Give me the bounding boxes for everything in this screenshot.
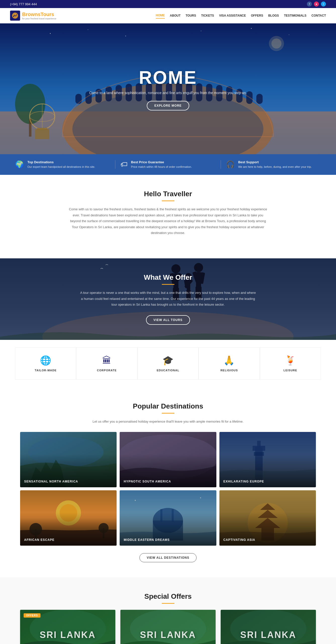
dest-asia[interactable]: CAPTIVATING ASIA	[219, 490, 316, 546]
svg-rect-31	[35, 129, 49, 139]
nav-about[interactable]: ABOUT	[170, 13, 181, 18]
offers-grid: OFFERS SRI LANKA Promotions with UNION P…	[20, 610, 316, 644]
corporate-label: CORPORATE	[81, 369, 132, 372]
feature-top-destinations: 🌍 Top Destinations Our expert team handp…	[15, 160, 110, 169]
special-offers-title: Special Offers	[20, 592, 316, 600]
dest-asia-overlay	[219, 490, 316, 546]
nav-blogs[interactable]: BLOGS	[268, 13, 279, 18]
offer-card-leisure[interactable]: 🍹 LEISURE	[260, 347, 321, 380]
feature-price-desc: Price match within 48 hours of order con…	[131, 165, 192, 169]
svg-point-42	[171, 264, 180, 273]
svg-point-1	[13, 16, 14, 17]
svg-point-54	[194, 263, 203, 272]
svg-point-39	[271, 38, 281, 49]
offer-card-educational[interactable]: 🎓 EDUCATIONAL	[137, 347, 199, 380]
destinations-title: Popular Destinations	[20, 402, 316, 410]
offer-item-1[interactable]: OFFERS SRI LANKA Promotions with UNION P…	[20, 610, 115, 644]
logo[interactable]: BrownsTours for your freshest travel exp…	[10, 11, 56, 21]
educational-icon: 🎓	[143, 355, 193, 366]
feature-price-text: Best Price Guarantee Price match within …	[131, 160, 192, 169]
offer-card-corporate[interactable]: 🏛 CORPORATE	[76, 347, 137, 380]
dest-south-america-label: HYPNOTIC SOUTH AMERICA	[124, 480, 171, 483]
tailor-made-icon: 🌐	[20, 355, 71, 366]
twitter-icon[interactable]: t	[321, 2, 326, 7]
offer-item-3-image: SRI LANKA	[221, 610, 316, 644]
feature-support-desc: We are here to help, before, during, and…	[238, 165, 312, 169]
hero-subtitle: Come to a land where sophistication, rom…	[89, 91, 247, 95]
dest-north-america-label: SENSATIONAL NORTH AMERICA	[24, 480, 78, 483]
offer-cards: 🌐 TAILOR-MADE 🏛 CORPORATE 🎓 EDUCATIONAL …	[0, 340, 336, 387]
price-icon: 🏷	[120, 160, 127, 169]
nav-visa[interactable]: VISA ASSISTANCE	[219, 13, 246, 18]
offer-3-img-text: SRI LANKA	[240, 630, 296, 640]
what-we-offer-section: What We Offer A tour operator is never a…	[0, 258, 336, 340]
social-icons: f ● t	[307, 2, 326, 7]
nav-home[interactable]: HOME	[156, 13, 165, 19]
nav-tours[interactable]: TOURS	[185, 13, 196, 18]
phone-number[interactable]: (+94) 777 994 444	[10, 2, 37, 6]
hero-section: ROME Come to a land where sophistication…	[0, 23, 336, 154]
corporate-icon: 🏛	[81, 355, 132, 366]
dest-europe[interactable]: EXHILARATING EUROPE	[219, 432, 316, 487]
offer-item-2[interactable]: SRI LANKA Promotions with UNION PAY Card	[120, 610, 216, 644]
dest-middle-east-overlay	[120, 490, 216, 546]
destinations-grid: SENSATIONAL NORTH AMERICA HYPNOTIC SOUTH…	[20, 432, 316, 546]
header: BrownsTours for your freshest travel exp…	[0, 8, 336, 23]
feature-price-guarantee: 🏷 Best Price Guarantee Price match withi…	[120, 160, 215, 169]
offer-2-img-text: SRI LANKA	[140, 630, 196, 640]
offer-desc: A tour operator is never a one that work…	[80, 290, 256, 307]
hello-body: Come with us to savour the freshest colo…	[68, 206, 269, 236]
special-offers-underline	[162, 603, 174, 604]
feature-destinations-desc: Our expert team handpicked all destinati…	[27, 165, 95, 169]
hello-underline	[162, 200, 174, 201]
svg-point-37	[289, 34, 289, 35]
dest-south-america-overlay	[120, 432, 216, 487]
offer-card-religious[interactable]: 🙏 RELIGIOUS	[199, 347, 260, 380]
special-offers-section: Special Offers OFFERS SRI LANKA Promotio…	[0, 577, 336, 644]
feature-best-support: 🎧 Best Support We are here to help, befo…	[226, 160, 321, 169]
dest-south-america[interactable]: HYPNOTIC SOUTH AMERICA	[120, 432, 216, 487]
dest-asia-label: CAPTIVATING ASIA	[223, 538, 255, 542]
svg-rect-6	[75, 94, 82, 104]
nav-contact[interactable]: CONTACT	[311, 13, 326, 18]
dest-north-america[interactable]: SENSATIONAL NORTH AMERICA	[20, 432, 117, 487]
svg-point-32	[50, 33, 51, 34]
nav-testimonials[interactable]: TESTIMONIALS	[284, 13, 306, 18]
destinations-section: Popular Destinations Let us offer you a …	[0, 387, 336, 577]
offer-card-tailor-made[interactable]: 🌐 TAILOR-MADE	[15, 347, 76, 380]
destinations-subtitle: Let us offer you a personalised holiday …	[80, 419, 256, 424]
educational-label: EDUCATIONAL	[143, 369, 193, 372]
instagram-icon[interactable]: ●	[314, 2, 319, 7]
dest-europe-overlay	[219, 432, 316, 487]
dest-africa[interactable]: AFRICAN ESCAPE	[20, 490, 117, 546]
destinations-icon: 🌍	[15, 160, 24, 169]
svg-point-35	[201, 31, 201, 31]
view-all-tours-button[interactable]: VIEW ALL TOURS	[146, 315, 190, 325]
hello-title: Hello Traveller	[30, 190, 306, 198]
feature-divider-2	[221, 160, 221, 169]
svg-point-33	[88, 29, 88, 30]
explore-more-button[interactable]: EXPLORE MORE	[147, 101, 189, 110]
leisure-label: LEISURE	[265, 369, 316, 372]
feature-support-text: Best Support We are here to help, before…	[238, 160, 312, 169]
destinations-underline	[162, 413, 174, 414]
svg-point-34	[125, 36, 126, 36]
nav-offers[interactable]: OFFERS	[251, 13, 263, 18]
logo-name: BrownsTours	[22, 12, 56, 17]
nav-tickets[interactable]: TICKETS	[201, 13, 214, 18]
logo-text: BrownsTours for your freshest travel exp…	[22, 12, 56, 20]
dest-north-america-overlay	[20, 432, 117, 487]
top-bar: (+94) 777 994 444 f ● t	[0, 0, 336, 8]
facebook-icon[interactable]: f	[307, 2, 312, 7]
view-all-destinations-button[interactable]: VIEW ALL DESTINATIONS	[139, 553, 197, 562]
religious-icon: 🙏	[204, 355, 254, 366]
hero-content: ROME Come to a land where sophistication…	[89, 67, 247, 110]
dest-middle-east[interactable]: MIDDLE EASTERN DREAMS	[120, 490, 216, 546]
feature-support-title: Best Support	[238, 160, 312, 164]
features-bar: 🌍 Top Destinations Our expert team handp…	[0, 154, 336, 175]
main-nav: HOME ABOUT TOURS TICKETS VISA ASSISTANCE…	[156, 13, 326, 19]
offer-content: What We Offer A tour operator is never a…	[20, 273, 316, 325]
offer-item-3[interactable]: SRI LANKA Promotions with UNION PAY Card	[221, 610, 316, 644]
logo-icon	[10, 11, 20, 21]
religious-label: RELIGIOUS	[204, 369, 254, 372]
